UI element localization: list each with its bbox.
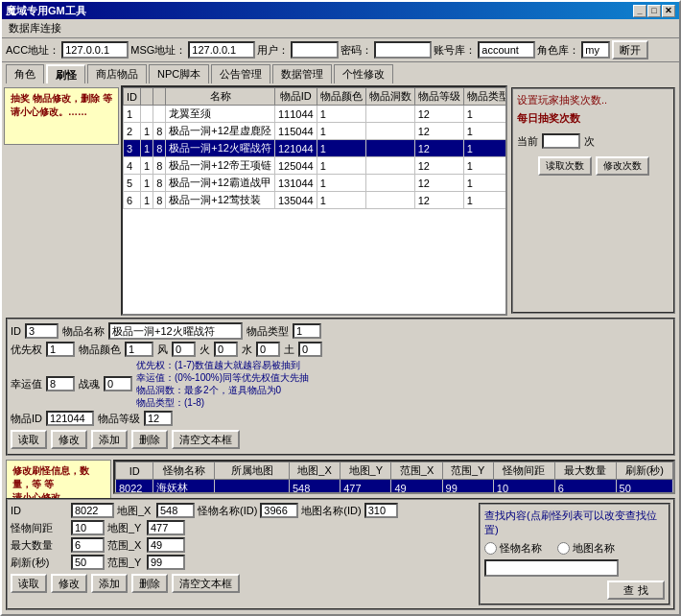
mform-rangex-input[interactable] bbox=[147, 537, 185, 553]
item-table-row[interactable]: 618极品一洞+12莺技装1350441121000 bbox=[124, 192, 508, 209]
form-priority-label: 优先权 bbox=[11, 343, 42, 357]
form-earth-label: 土 bbox=[284, 343, 294, 357]
mform-refresh-input[interactable] bbox=[71, 555, 105, 570]
radio-map-label[interactable]: 地图名称 bbox=[557, 541, 615, 556]
mform-dist-input[interactable] bbox=[71, 520, 105, 535]
disconnect-button[interactable]: 断开 bbox=[612, 40, 648, 59]
window-controls: _ □ ✕ bbox=[633, 5, 675, 17]
modify-lottery-btn[interactable]: 修改次数 bbox=[596, 156, 649, 176]
minimize-button[interactable]: _ bbox=[633, 5, 646, 17]
user-input[interactable] bbox=[291, 41, 339, 59]
col-c2 bbox=[153, 88, 166, 106]
search-input[interactable] bbox=[484, 559, 619, 577]
mcol-rx: 范围_X bbox=[391, 462, 442, 480]
item-delete-btn[interactable]: 删除 bbox=[131, 430, 168, 449]
msg-input[interactable] bbox=[188, 41, 255, 59]
mcol-dist: 怪物间距 bbox=[493, 462, 554, 480]
item-add-btn[interactable]: 添加 bbox=[91, 430, 128, 449]
current-unit: 次 bbox=[584, 134, 595, 149]
monster-modify-btn[interactable]: 修改 bbox=[51, 574, 87, 593]
mform-mname-input[interactable] bbox=[260, 503, 298, 518]
maximize-button[interactable]: □ bbox=[647, 5, 661, 17]
radio-monster[interactable] bbox=[484, 542, 497, 555]
pwd-input[interactable] bbox=[374, 41, 432, 59]
warning-line1: 抽奖 物品修改，删除 等 bbox=[11, 92, 112, 106]
close-button[interactable]: ✕ bbox=[662, 5, 675, 17]
warning-line2: 请小心修改。…… bbox=[11, 106, 112, 119]
mcol-x: 地图_X bbox=[290, 462, 340, 480]
tab-personal[interactable]: 个性修改 bbox=[334, 64, 393, 83]
mform-max-label: 最大数量 bbox=[11, 538, 68, 553]
form-priority-input[interactable] bbox=[46, 342, 75, 357]
monster-clear-btn[interactable]: 清空文本框 bbox=[172, 574, 240, 593]
mform-max-input[interactable] bbox=[71, 537, 105, 553]
daily-lottery-label: 每日抽奖次数 bbox=[517, 111, 580, 126]
form-wind-input[interactable] bbox=[172, 342, 196, 357]
mcol-refresh: 刷新(秒) bbox=[616, 462, 672, 480]
item-read-btn[interactable]: 读取 bbox=[11, 430, 47, 449]
mform-id-label: ID bbox=[11, 505, 68, 516]
mform-rangey-input[interactable] bbox=[147, 555, 185, 570]
tab-shop[interactable]: 商店物品 bbox=[87, 64, 147, 83]
item-table-row[interactable]: 1龙翼至须1110441121000 bbox=[124, 106, 508, 123]
pwd-label: 密码： bbox=[340, 43, 372, 58]
item-clear-btn[interactable]: 清空文本框 bbox=[172, 430, 240, 449]
accdb-label: 账号库： bbox=[434, 43, 476, 58]
tab-monster[interactable]: 刷怪 bbox=[46, 64, 85, 83]
monster-table-row[interactable]: 8022海妖林548477499910650 bbox=[116, 480, 673, 495]
form-zhan-input[interactable] bbox=[104, 376, 132, 391]
item-hint: 优先权：(1-7)数值越大就越容易被抽到幸运值：(0%-100%)同等优先权值大… bbox=[136, 359, 309, 409]
mform-mapx-input[interactable] bbox=[156, 503, 195, 518]
monster-read-btn[interactable]: 读取 bbox=[11, 574, 47, 593]
monster-delete-btn[interactable]: 删除 bbox=[131, 574, 168, 593]
mform-refresh-label: 刷新(秒) bbox=[11, 556, 68, 570]
accdb-input[interactable] bbox=[478, 41, 535, 59]
msg-label: MSG地址： bbox=[130, 43, 186, 58]
radio-monster-label[interactable]: 怪物名称 bbox=[484, 541, 542, 556]
warning2-line1: 修改刷怪信息，数量，等 等 bbox=[12, 464, 105, 491]
form-id-input[interactable] bbox=[25, 323, 59, 339]
monster-add-btn[interactable]: 添加 bbox=[91, 574, 128, 593]
form-name-input[interactable] bbox=[108, 322, 243, 340]
form-earth-input[interactable] bbox=[298, 342, 322, 357]
tab-role[interactable]: 角色 bbox=[6, 64, 44, 83]
tab-bar: 角色 刷怪 商店物品 NPC脚本 公告管理 数据管理 个性修改 bbox=[2, 62, 679, 83]
item-table-row[interactable]: 218极品一洞+12星虚鹿陉1150441121000 bbox=[124, 123, 508, 140]
form-itemid-input[interactable] bbox=[46, 411, 94, 426]
form-color-input[interactable] bbox=[125, 342, 153, 357]
tab-npc[interactable]: NPC脚本 bbox=[149, 64, 209, 83]
lottery-label: 设置玩家抽奖次数.. bbox=[517, 93, 669, 107]
form-type-input[interactable] bbox=[293, 323, 321, 339]
form-fire-input[interactable] bbox=[214, 342, 238, 357]
mform-mapy-input[interactable] bbox=[147, 520, 185, 535]
search-hint: 查找内容(点刷怪列表可以改变查找位置) bbox=[484, 509, 665, 537]
item-table-row[interactable]: 518极品一洞+12霸道战甲1310441121000 bbox=[124, 175, 508, 192]
tab-announce[interactable]: 公告管理 bbox=[211, 64, 270, 83]
monster-form: ID 地图_X 怪物名称(ID) 地图名称(ID) 怪物间距 地图_Y 最大 bbox=[6, 498, 675, 610]
mcol-ry: 范围_Y bbox=[442, 462, 493, 480]
window-title: 魔域专用GM工具 bbox=[6, 4, 86, 18]
read-lottery-btn[interactable]: 读取次数 bbox=[538, 156, 592, 176]
current-input[interactable] bbox=[542, 133, 580, 149]
item-table: ID 名称 物品ID 物品颜色 物品洞数 物品等级 物品类型 bbox=[123, 87, 507, 209]
tab-data[interactable]: 数据管理 bbox=[272, 64, 332, 83]
roledb-input[interactable] bbox=[581, 41, 610, 59]
item-table-row[interactable]: 318极品一洞+12火曜战符1210441121000 bbox=[124, 140, 508, 157]
radio-map[interactable] bbox=[557, 542, 570, 555]
monster-table: ID 怪物名称 所属地图 地图_X 地图_Y 范围_X 范围_Y 怪物间距 最大… bbox=[115, 462, 673, 494]
mform-dist-label: 怪物间距 bbox=[11, 521, 68, 535]
menu-database[interactable]: 数据库连接 bbox=[6, 20, 64, 36]
search-panel: 查找内容(点刷怪列表可以改变查找位置) 怪物名称 地图名称 查 找 bbox=[479, 503, 670, 605]
item-table-body: 1龙翼至须1110441121000218极品一洞+12星虚鹿陉11504411… bbox=[124, 106, 508, 209]
form-water-input[interactable] bbox=[256, 342, 280, 357]
mform-mapname-input[interactable] bbox=[364, 503, 398, 518]
mform-id-input[interactable] bbox=[71, 503, 114, 518]
user-label: 用户： bbox=[257, 43, 289, 58]
item-table-row[interactable]: 418极品一洞+12帝王项链1250441121000 bbox=[124, 157, 508, 175]
search-button[interactable]: 查 找 bbox=[607, 580, 665, 600]
item-form: ID 物品名称 物品类型 优先权 物品颜色 风 火 水 土 bbox=[6, 318, 675, 456]
form-level-input[interactable] bbox=[144, 411, 173, 426]
item-modify-btn[interactable]: 修改 bbox=[51, 430, 87, 449]
acc-input[interactable] bbox=[61, 41, 129, 59]
form-luck-input[interactable] bbox=[46, 376, 75, 391]
